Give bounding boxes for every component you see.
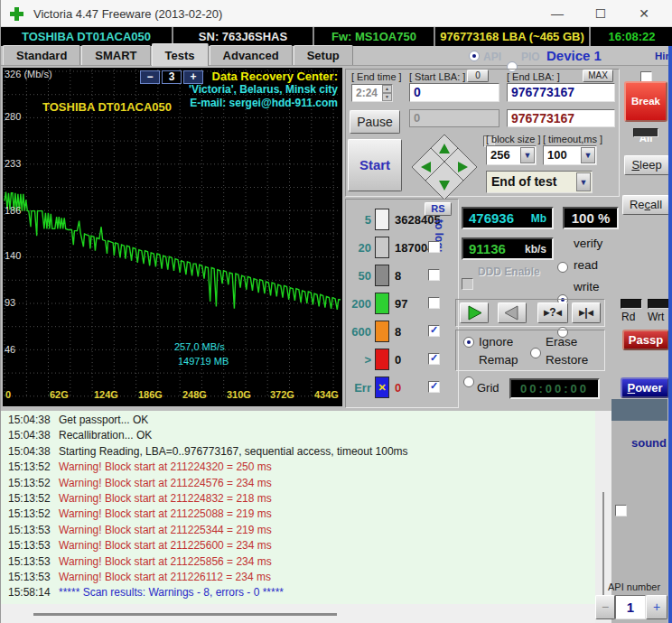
api-number-minus-button[interactable]: − bbox=[595, 595, 615, 619]
error-bin-icon: ✕ bbox=[375, 377, 389, 398]
timeout-select[interactable]: 100 ▼ bbox=[543, 145, 597, 165]
rs-button[interactable]: RS bbox=[425, 202, 452, 216]
start-lba-zero-button[interactable]: 0 bbox=[467, 70, 489, 82]
block-size-dropdown-icon[interactable]: ▼ bbox=[520, 147, 535, 163]
bin-log-checkbox-600[interactable] bbox=[428, 325, 440, 337]
end-lba-input[interactable]: 976773167 bbox=[507, 83, 615, 102]
x-axis-tick: 310G bbox=[227, 389, 251, 400]
log-message: Warning! Block start at 211224832 = 218 … bbox=[59, 492, 272, 505]
end-time-spinner[interactable]: 2:24 ▲ ▼ bbox=[351, 84, 393, 102]
break-all-button[interactable]: Break All bbox=[624, 81, 667, 122]
log-message: Warning! Block start at 211226112 = 234 … bbox=[59, 571, 271, 583]
log-vertical-scrollbar[interactable] bbox=[602, 492, 604, 596]
edge-jump-button[interactable]: ▸|◂ bbox=[572, 302, 601, 323]
current-lba-field: 0 bbox=[409, 109, 499, 127]
bin-log-checkbox-err[interactable] bbox=[428, 381, 440, 393]
graph-readout-speed: 257,0 MB/s bbox=[174, 341, 225, 352]
maximize-button[interactable]: ☐ bbox=[579, 0, 622, 27]
defect-action-group: IgnoreEraseRemapRestore bbox=[455, 330, 605, 371]
read-activity-led bbox=[621, 299, 642, 309]
log-row: 15:04:38Recallibration... OK bbox=[1, 429, 595, 444]
tab-advanced[interactable]: Advanced bbox=[210, 45, 293, 65]
title-bar[interactable]: Victoria 4.47 Freeware (2013-02-20) — ☐ … bbox=[1, 0, 672, 27]
action-radio-remap[interactable] bbox=[463, 377, 474, 387]
api-number-value[interactable]: 1 bbox=[615, 595, 646, 619]
minimize-button[interactable]: — bbox=[536, 0, 579, 27]
pause-button[interactable]: Pause bbox=[350, 110, 400, 134]
log-message: Warning! Block start at 211225088 = 219 … bbox=[59, 507, 272, 520]
close-button[interactable]: ✕ bbox=[622, 0, 666, 27]
end-time-spin-down[interactable]: ▼ bbox=[382, 93, 392, 101]
log-message: Warning! Block start at 211225344 = 219 … bbox=[59, 524, 272, 536]
block-size-select[interactable]: 256 ▼ bbox=[486, 145, 537, 165]
speed-bin-color-box bbox=[375, 237, 389, 258]
bin-log-checkbox-200[interactable] bbox=[428, 297, 440, 309]
sound-checkbox[interactable] bbox=[615, 505, 627, 516]
action-radio-erase[interactable] bbox=[530, 348, 541, 358]
timeout-dropdown-icon[interactable]: ▼ bbox=[581, 147, 595, 163]
tab-standard[interactable]: Standard bbox=[3, 45, 80, 65]
pio-label: PIO bbox=[521, 51, 540, 63]
log-row: 15:13:52Warning! Block start at 21122508… bbox=[1, 507, 595, 523]
speed-bin-row: 20097 bbox=[348, 292, 458, 315]
log-time: 15:13:52 bbox=[8, 507, 53, 520]
x-axis-tick: 372G bbox=[270, 389, 294, 400]
speed-bin-count: 0 bbox=[395, 381, 401, 395]
power-button[interactable]: Power bbox=[621, 377, 669, 398]
end-time-spin-up[interactable]: ▲ bbox=[382, 85, 392, 93]
start-lba-input[interactable]: 0 bbox=[409, 83, 499, 102]
end-action-select[interactable]: End of test ▼ bbox=[486, 171, 593, 193]
play-button[interactable] bbox=[460, 302, 489, 323]
recall-button[interactable]: Recall bbox=[622, 195, 669, 215]
speed-bin-row: 508 bbox=[348, 264, 458, 287]
recall-pre: Re bbox=[630, 198, 645, 211]
y-axis-tick: 186 bbox=[5, 205, 21, 216]
y-axis-tick: 326 (Mb/s) bbox=[5, 69, 52, 79]
tab-tests[interactable]: Tests bbox=[152, 43, 209, 66]
vendor-banner-line1: Data Recovery Center: bbox=[189, 70, 338, 83]
tab-setup[interactable]: Setup bbox=[294, 45, 353, 65]
log-list[interactable]: 15:04:38Get passport... OK15:04:38Recall… bbox=[1, 411, 595, 604]
seek-test-button[interactable]: ▸?◂ bbox=[537, 302, 568, 323]
passport-button[interactable]: Passp bbox=[622, 330, 669, 350]
end-lba-current: 976773167 bbox=[507, 109, 615, 127]
start-button[interactable]: Start bbox=[348, 139, 402, 191]
sound-label: sound bbox=[631, 436, 667, 450]
api-radio[interactable] bbox=[469, 51, 480, 61]
device-label: Device 1 bbox=[546, 48, 602, 63]
ddd-enable-checkbox[interactable] bbox=[462, 278, 473, 290]
ddd-enable-label: DDD Enable bbox=[478, 265, 540, 278]
log-time: 15:13:53 bbox=[8, 524, 53, 536]
action-radio-ignore[interactable] bbox=[463, 337, 474, 348]
speed-value: 91136 bbox=[469, 241, 506, 256]
end-lba-max-button[interactable]: MAX bbox=[583, 70, 613, 82]
tab-smart[interactable]: SMART bbox=[81, 45, 150, 65]
log-row: 15:04:38Get passport... OK bbox=[1, 414, 595, 429]
diamond-nav-pad[interactable] bbox=[409, 132, 480, 202]
log-message: Get passport... OK bbox=[59, 414, 148, 426]
log-row: 15:13:52Warning! Block start at 21122432… bbox=[1, 460, 595, 476]
bin-log-checkbox-50[interactable] bbox=[428, 269, 440, 281]
api-number-plus-button[interactable]: + bbox=[646, 595, 667, 619]
log-horizontal-scrollbar[interactable] bbox=[33, 613, 337, 616]
vendor-banner: Data Recovery Center: 'Victoria', Belaru… bbox=[189, 70, 338, 110]
bin-log-checkbox-20[interactable] bbox=[428, 241, 440, 253]
log-row: 15:04:38Starting Reading, LBA=0..9767731… bbox=[1, 445, 595, 460]
recall-post: all bbox=[650, 198, 662, 211]
defect-action-radios: IgnoreEraseRemapRestore bbox=[456, 330, 604, 374]
timer-lcd: 00:00:00 bbox=[509, 378, 600, 399]
sleep-button[interactable]: Sleep bbox=[624, 155, 669, 175]
speed-bin-label: 5 bbox=[348, 213, 371, 227]
graph-zoom-out-button[interactable]: − bbox=[140, 70, 160, 84]
window-title: Victoria 4.47 Freeware (2013-02-20) bbox=[33, 7, 222, 21]
speed-graph: 326 (Mb/s)2802331861409346062G124G186G24… bbox=[3, 68, 342, 406]
bin-log-checkbox->[interactable] bbox=[428, 353, 440, 365]
end-lba-label: [ End LBA: ] bbox=[507, 71, 560, 82]
step-back-button[interactable] bbox=[498, 302, 527, 323]
mode-radio-verify[interactable] bbox=[557, 262, 568, 273]
end-action-dropdown-icon[interactable]: ▼ bbox=[576, 172, 591, 191]
vendor-banner-line2: 'Victoria', Belarus, Minsk city bbox=[189, 83, 338, 97]
x-axis-tick: 434G bbox=[314, 389, 339, 400]
speed-bin-label: Err bbox=[348, 381, 371, 395]
log-message: Warning! Block start at 211224320 = 250 … bbox=[59, 460, 272, 473]
